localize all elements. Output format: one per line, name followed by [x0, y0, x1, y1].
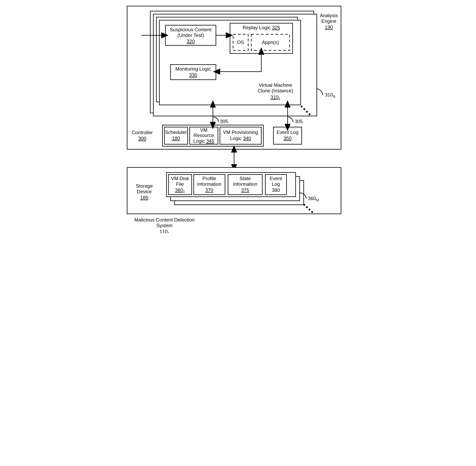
suspicious-ref: 320 — [186, 38, 194, 44]
system-ref: 1101 — [159, 229, 169, 233]
system-title-2: System — [156, 223, 172, 228]
vmres-l2: Resource — [193, 133, 214, 138]
vm-l1: Virtual Machine — [259, 82, 292, 88]
controller-title: Controller — [131, 130, 153, 135]
profile-ref: 370 — [205, 187, 213, 193]
engine-ref: 190 — [325, 24, 333, 30]
os-label: OS — [237, 40, 244, 45]
svg-point-0 — [301, 106, 302, 107]
vmdisk-l2: File — [176, 181, 184, 187]
storage-title-2: Device — [137, 189, 152, 194]
storage-title-1: Storage — [136, 183, 153, 189]
svg-point-3 — [309, 114, 310, 115]
vmres-l3: Logic 345 — [193, 138, 214, 144]
replay-title: Replay Logic 325 — [243, 25, 280, 30]
scheduler-ref: 180 — [172, 136, 180, 141]
vmprov-l2: Logic 340 — [230, 136, 251, 141]
suspicious-l1: Suspicious Content — [170, 27, 212, 32]
svg-point-5 — [306, 206, 308, 208]
engine-title-2: Engine — [321, 18, 336, 24]
svg-point-6 — [309, 209, 310, 211]
engine-title-1: Analysis — [320, 13, 338, 18]
state-l2: Information — [233, 181, 257, 187]
evlog-ref: 350 — [283, 136, 291, 141]
vmres-l1: VM — [200, 127, 207, 133]
svg-point-2 — [306, 111, 308, 113]
profile-l2: Information — [197, 181, 221, 187]
state-l1: State — [239, 176, 251, 181]
storage-ref: 185 — [140, 195, 148, 200]
controller-ref: 300 — [138, 136, 146, 141]
svg-point-1 — [303, 108, 305, 110]
monitoring-ref: 330 — [189, 72, 197, 78]
system-title-1: Malicious Content Detection — [134, 217, 194, 222]
vmdisk-l1: VM Disk — [171, 176, 189, 181]
evlog-title: Event Log — [276, 129, 298, 135]
evlog2-l2: Log — [272, 181, 280, 187]
vmprov-l1: VM Provisioning — [223, 129, 258, 135]
evlog2-ref: 380 — [272, 187, 280, 193]
svg-point-7 — [311, 211, 313, 213]
vm-l2: Clone (Instance) — [258, 88, 293, 93]
suspicious-l2: (Under Test) — [177, 33, 204, 38]
label-305-b: 305 — [295, 119, 303, 124]
state-ref: 375 — [241, 187, 249, 193]
scheduler-title: Scheduler — [165, 129, 187, 135]
apps-label: Appn(s) — [262, 40, 279, 45]
svg-point-4 — [303, 204, 305, 206]
monitoring-title: Monitoring Logic — [175, 66, 211, 72]
label-305-a: 305 — [220, 119, 228, 124]
evlog2-l1: Event — [270, 176, 282, 181]
profile-l1: Profile — [202, 176, 216, 181]
